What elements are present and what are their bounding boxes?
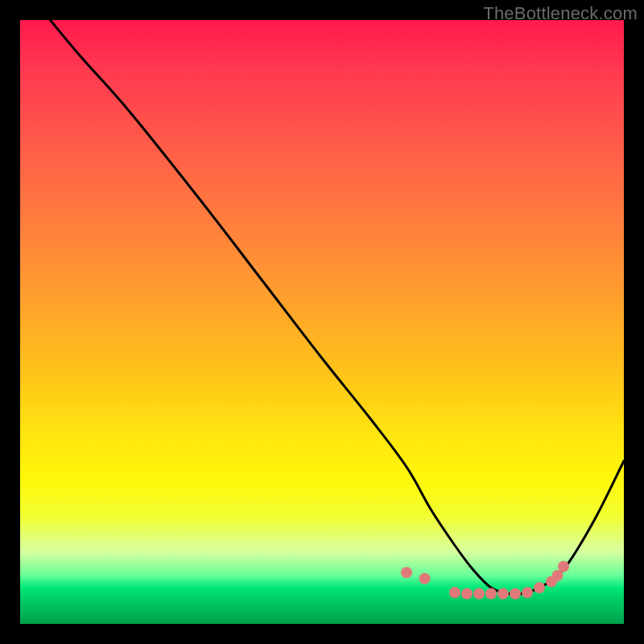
curve-marker bbox=[473, 588, 485, 600]
curve-marker bbox=[522, 587, 533, 598]
curve-marker bbox=[449, 587, 460, 598]
curve-marker bbox=[461, 588, 473, 600]
bottleneck-curve bbox=[51, 20, 625, 595]
watermark-text: TheBottleneck.com bbox=[483, 3, 638, 24]
curve-marker bbox=[510, 588, 521, 600]
chart-svg bbox=[20, 20, 624, 624]
curve-marker bbox=[419, 573, 431, 584]
curve-marker bbox=[401, 567, 412, 578]
curve-marker bbox=[534, 582, 545, 593]
curve-marker bbox=[497, 588, 509, 600]
curve-marker bbox=[485, 588, 497, 600]
curve-marker-dots bbox=[401, 561, 569, 600]
plot-area bbox=[20, 20, 624, 624]
curve-marker bbox=[558, 561, 569, 572]
